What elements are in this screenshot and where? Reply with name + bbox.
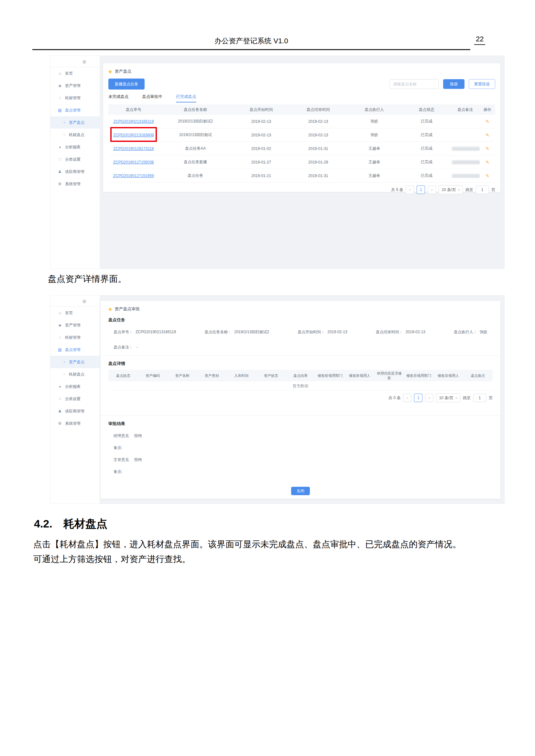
circle-dot-icon: ○: [63, 133, 66, 136]
analysis-report-icon: ◕: [58, 145, 62, 149]
page-size-select[interactable]: 10 条/页 ∨: [436, 393, 460, 402]
search-input[interactable]: [390, 79, 439, 89]
task-field: 盘点开始时间：2019-02-13: [297, 329, 347, 335]
page-title-row: ◈ 资产盘点审批: [108, 306, 493, 312]
total-count: 共 5 条: [391, 187, 403, 193]
field-label: 盘点备注：: [114, 345, 133, 349]
sidebar-item-label: 资产盘点: [69, 120, 84, 125]
sidebar-item[interactable]: ⚙ 系统管理: [50, 417, 99, 430]
field-value: ZCPD20190213165119: [135, 330, 176, 334]
order-number-link[interactable]: ZCPD20190128173118: [113, 147, 154, 151]
jump-page-input[interactable]: [476, 185, 489, 194]
circle-dot-icon: ○: [63, 361, 66, 364]
sidebar-item[interactable]: ○ 资产盘点: [50, 356, 99, 368]
sidebar-item[interactable]: ▤ 盘点管理: [50, 104, 99, 116]
pagination: 共 5 条 ‹ 1 › 10 条/页 ∨ 跳至 页: [108, 185, 495, 194]
sidebar-item-label: 耗材管理: [65, 335, 80, 340]
collapse-toggle-icon[interactable]: ◍: [82, 299, 86, 304]
page-size-value: 10 条/页: [441, 187, 456, 193]
approval-value: 拒绝: [134, 433, 142, 439]
close-button[interactable]: 关闭: [291, 487, 310, 495]
current-page[interactable]: 1: [414, 394, 422, 402]
supplier-management-icon: ♟: [58, 409, 62, 413]
remark-cell: [451, 173, 480, 178]
executor-cell: 王越春: [347, 159, 402, 165]
jump-page-input[interactable]: [473, 394, 486, 402]
detail-table-header-cell: 盘点结果: [286, 372, 315, 379]
sidebar-item[interactable]: ⚙ 系统管理: [50, 178, 99, 190]
collapse-toggle-icon[interactable]: ◍: [82, 59, 86, 64]
detail-table-header-cell: 盘点备注: [463, 372, 493, 379]
sidebar-item[interactable]: ∷ 分类设置: [50, 153, 99, 166]
sidebar-item[interactable]: ∷ 分类设置: [50, 393, 99, 405]
field-value: 2019-02-13: [406, 330, 425, 334]
sidebar-item-label: 资产管理: [65, 323, 80, 328]
sidebar-item-label: 首页: [65, 310, 73, 316]
status-cell: 已完成: [402, 159, 451, 165]
inventory-table: 盘点单号 盘点任务名称 盘点开始时间 盘点结束时间 盘点执行人 盘点状态 盘点备…: [108, 104, 495, 183]
sidebar-item[interactable]: ○ 耗材盘点: [50, 368, 99, 380]
task-section-title: 盘点任务: [108, 317, 493, 323]
approval-lines: 经理意见 拒绝 备注: 主管意见 拒绝 备注:: [108, 433, 493, 474]
edit-icon[interactable]: ✎: [486, 146, 490, 151]
system-management-icon: ⚙: [58, 421, 62, 426]
sidebar-item-label: 耗材盘点: [69, 372, 84, 377]
sidebar-item[interactable]: ▤ 盘点管理: [50, 343, 99, 356]
field-value: 2019/2/13回归测试2: [234, 330, 269, 334]
sidebar-item[interactable]: ◕ 分析报表: [50, 141, 99, 153]
next-page-button[interactable]: ›: [428, 185, 436, 194]
document-title: 办公资产登记系统 V1.0: [32, 36, 470, 46]
edit-icon[interactable]: ✎: [486, 160, 490, 165]
tab[interactable]: 已完成盘点: [176, 94, 196, 102]
table-header-cell: 盘点单号: [108, 107, 158, 113]
sidebar-item-label: 资产管理: [65, 83, 80, 89]
prev-page-button[interactable]: ‹: [403, 394, 411, 402]
sidebar-item[interactable]: ◈ 资产管理: [50, 79, 99, 92]
tab[interactable]: 未完成盘点: [108, 94, 129, 102]
sidebar-item[interactable]: ○ 资产盘点: [50, 116, 99, 129]
sidebar-item-label: 供应商管理: [65, 409, 84, 414]
total-count: 共 0 条: [388, 395, 401, 401]
table-row: ZCPD20190128173118 盘点任务AA 2019-01-02 201…: [108, 142, 495, 155]
sidebar-item[interactable]: ♟ 供应商管理: [50, 166, 99, 178]
table-header-cell: 盘点结束时间: [290, 107, 346, 113]
divider: [100, 355, 500, 356]
caption: 盘点资产详情界面。: [48, 273, 127, 285]
sidebar-item-label: 资产盘点: [69, 360, 84, 365]
end-date-cell: 2019-02-13: [290, 133, 346, 137]
filter-button[interactable]: 筛选: [443, 79, 465, 89]
order-number-link[interactable]: ZCPD20190127151959: [113, 174, 154, 178]
filter-toolbar: 筛选 重置筛选: [390, 79, 495, 89]
sidebar-item-label: 分析报表: [65, 384, 80, 390]
layers-icon: ◈: [108, 306, 112, 312]
tab[interactable]: 盘点审批中: [142, 94, 163, 102]
sidebar-item[interactable]: ∴ 耗材管理: [50, 92, 99, 104]
sidebar-item[interactable]: ♟ 供应商管理: [50, 405, 99, 417]
sidebar-item[interactable]: ⌂ 首页: [50, 67, 99, 79]
edit-icon[interactable]: ✎: [486, 119, 490, 124]
start-date-cell: 2019-01-27: [232, 160, 290, 165]
page-size-value: 10 条/页: [439, 395, 453, 401]
sidebar-item[interactable]: ∴ 耗材管理: [50, 331, 99, 343]
sidebar-item[interactable]: ⌂ 首页: [50, 307, 99, 319]
edit-icon[interactable]: ✎: [486, 132, 490, 138]
page-number: 22: [474, 35, 485, 45]
page-size-select[interactable]: 10 条/页 ∨: [438, 185, 463, 194]
edit-icon[interactable]: ✎: [486, 173, 490, 178]
next-page-button[interactable]: ›: [425, 394, 434, 402]
current-page[interactable]: 1: [417, 185, 425, 194]
order-number-link[interactable]: ZCPD20190127155036: [113, 160, 154, 165]
detail-table-header-row: 盘点状态 资产编码 资产名称 资产类别 入库时间 资产状态 盘点结果 修改前领用…: [108, 370, 493, 381]
chevron-down-icon: ∨: [455, 396, 457, 399]
paragraph: 点击【耗材盘点】按钮，进入耗材盘点界面。该界面可显示未完成盘点、盘点审批中、已完…: [33, 537, 494, 552]
new-task-button[interactable]: 新建盘点任务: [108, 79, 145, 90]
circle-dot-icon: ○: [63, 373, 66, 376]
sidebar-item[interactable]: ◈ 资产管理: [50, 319, 99, 331]
table-body: ZCPD20190213165119 2019/2/13回归测试2 2019-0…: [108, 115, 495, 183]
sidebar-item[interactable]: ○ 耗材盘点: [50, 129, 99, 141]
order-number-link[interactable]: ZCPD20190213165119: [113, 119, 154, 124]
prev-page-button[interactable]: ‹: [406, 185, 414, 194]
table-header-cell: 盘点任务名称: [158, 107, 232, 113]
sidebar-item[interactable]: ◕ 分析报表: [50, 380, 99, 393]
reset-filter-button[interactable]: 重置筛选: [469, 79, 495, 89]
